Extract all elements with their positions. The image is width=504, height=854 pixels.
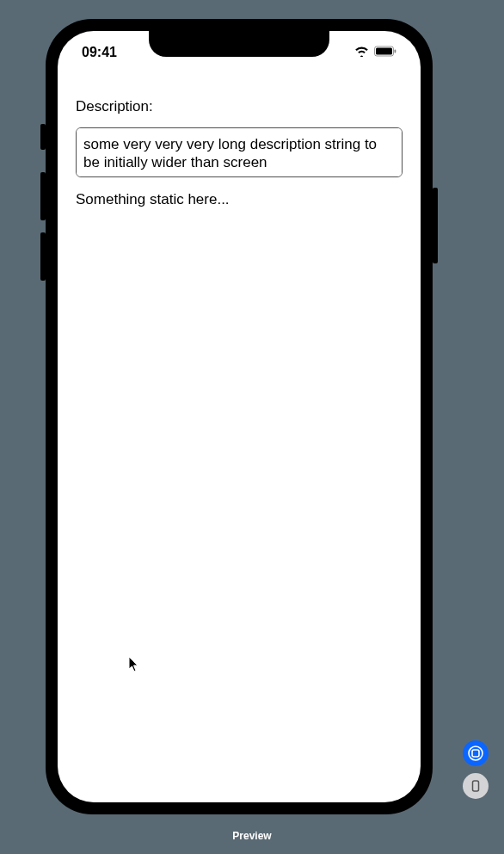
svg-rect-2 — [395, 50, 396, 53]
svg-point-3 — [469, 746, 482, 760]
preview-label: Preview — [0, 830, 504, 842]
status-indicators — [354, 45, 396, 60]
svg-rect-5 — [473, 781, 479, 791]
phone-power-button — [433, 188, 438, 263]
device-settings-button[interactable] — [463, 773, 489, 799]
canvas-controls — [463, 740, 489, 799]
phone-notch — [149, 31, 329, 57]
svg-rect-4 — [472, 750, 479, 757]
description-input[interactable] — [76, 127, 403, 177]
description-label: Description: — [76, 98, 403, 115]
static-text: Something static here... — [76, 191, 403, 208]
wifi-icon — [354, 45, 369, 60]
mouse-cursor-icon — [129, 657, 139, 672]
status-time: 09:41 — [82, 45, 117, 60]
phone-frame: 09:41 Description: Somet — [46, 19, 433, 814]
selectable-mode-button[interactable] — [463, 740, 489, 766]
content-area: Description: Something static here... — [58, 98, 421, 208]
battery-icon — [374, 45, 396, 60]
svg-rect-1 — [376, 48, 392, 55]
phone-screen: 09:41 Description: Somet — [58, 31, 421, 802]
